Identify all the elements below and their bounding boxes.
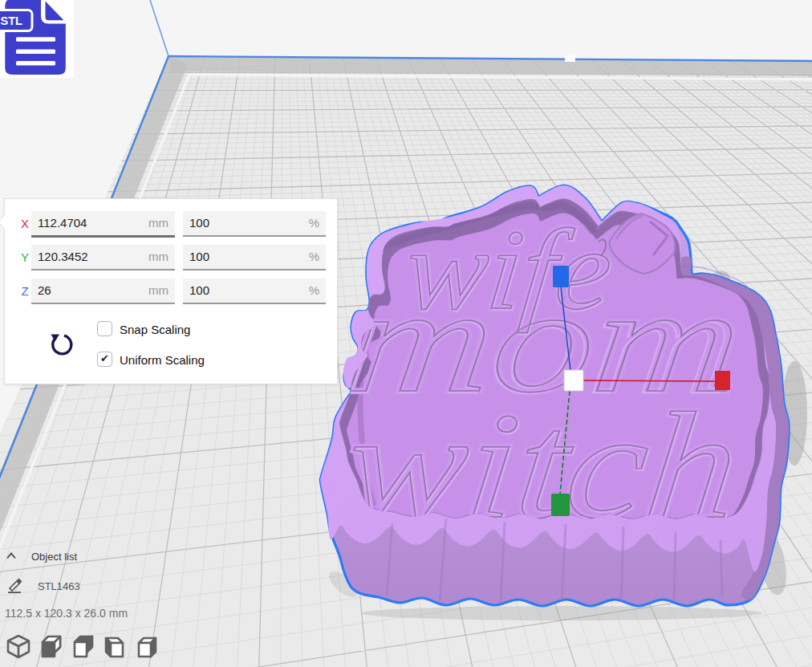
svg-text:STL: STL: [1, 14, 23, 27]
